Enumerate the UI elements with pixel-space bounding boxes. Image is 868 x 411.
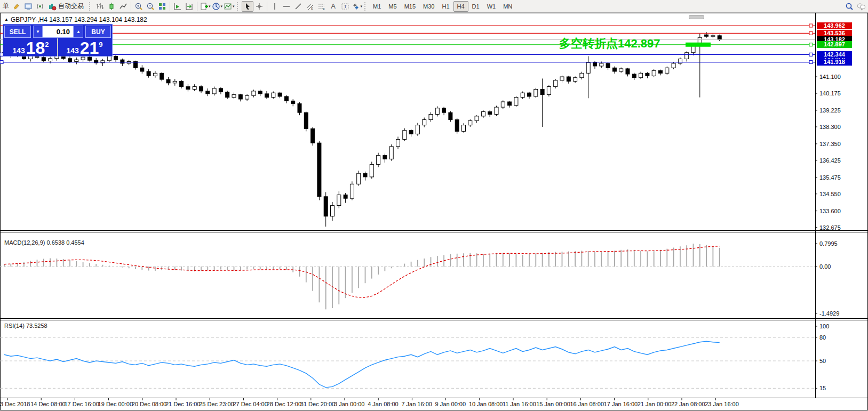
zoom-in-icon[interactable]: [133, 1, 145, 12]
collapse-triangle-icon[interactable]: ▲: [4, 17, 9, 22]
line-handle-marker[interactable]: [809, 24, 813, 27]
candle-body: [22, 56, 26, 59]
chart-canvas[interactable]: 141.100140.175139.225138.300137.350136.4…: [0, 0, 868, 411]
horizontal-line-tool-icon[interactable]: [281, 1, 292, 12]
candle-body: [298, 103, 301, 112]
timeframe-toolbar: M1M5M15M30H1H4D1W1MN: [369, 1, 516, 12]
sell-price-sup: 2: [45, 41, 49, 49]
timeframe-button-M5[interactable]: M5: [385, 1, 400, 12]
line-handle-marker[interactable]: [809, 43, 813, 46]
auto-scroll-icon[interactable]: [172, 1, 184, 12]
text-tool-icon[interactable]: A: [328, 1, 339, 12]
chart-annotation-text[interactable]: 多空转折点142.897: [559, 36, 660, 52]
buy-button[interactable]: BUY: [85, 26, 111, 38]
timeframe-button-W1[interactable]: W1: [483, 1, 500, 12]
timeframe-button-MN[interactable]: MN: [499, 1, 516, 12]
candle-body: [462, 125, 466, 132]
time-axis-label: 27 Dec 04:00: [233, 401, 267, 407]
equidistant-channel-tool-icon[interactable]: E: [304, 1, 316, 12]
timeframe-button-M1[interactable]: M1: [369, 1, 385, 12]
candle-body: [639, 73, 643, 77]
volume-decrease-button[interactable]: ▼: [33, 26, 43, 38]
candle-body: [42, 58, 45, 61]
price-tag-141.918: 141.918: [817, 59, 852, 66]
candle-body: [423, 120, 426, 125]
buy-price-display[interactable]: 143 21 9: [58, 38, 111, 57]
cursor-tool-icon[interactable]: [242, 1, 253, 12]
timeframe-button-H1[interactable]: H1: [438, 1, 453, 12]
candle-body: [659, 70, 663, 73]
price-tick-label: 135.475: [819, 174, 841, 181]
candle-body: [449, 112, 452, 119]
timeframe-button-D1[interactable]: D1: [468, 1, 483, 12]
timeframe-button-H4[interactable]: H4: [453, 1, 468, 12]
dropdown-caret-icon: ▾: [233, 4, 235, 9]
candle-body: [160, 73, 164, 79]
rsi-axis-label: 50: [819, 358, 826, 364]
candle-body: [442, 108, 446, 112]
line-handle-marker[interactable]: [809, 61, 813, 64]
candle-body: [357, 173, 361, 184]
crosshair-tool-icon[interactable]: [253, 1, 265, 12]
line-chart-mode-icon[interactable]: [117, 1, 129, 12]
line-handle-marker[interactable]: [809, 53, 813, 56]
text-label-tool-icon[interactable]: T: [339, 1, 351, 12]
volume-input[interactable]: [43, 26, 74, 38]
autotrading-button[interactable]: 自动交易: [46, 1, 87, 12]
vertical-line-tool-icon[interactable]: [269, 1, 281, 12]
chart-scrollbar-thumb[interactable]: [689, 15, 704, 19]
screenshot-icon[interactable]: [22, 1, 34, 12]
time-axis-label: 16 Jan 08:00: [570, 401, 604, 407]
sell-price-prefix: 143: [12, 46, 25, 55]
time-axis-label: 23 Jan 16:00: [705, 401, 739, 407]
line-handle-marker[interactable]: [0, 61, 3, 64]
time-axis-label: 28 Dec 12:00: [267, 401, 301, 407]
fibonacci-tool-icon[interactable]: F: [316, 1, 328, 12]
bar-chart-mode-icon[interactable]: [94, 1, 106, 12]
time-axis-label: 10 Jan 08:00: [469, 401, 503, 407]
new-order-button[interactable]: ▾: [199, 1, 211, 12]
time-axis-label: 17 Dec 16:00: [64, 401, 99, 407]
sell-price-display[interactable]: 143 18 2: [4, 38, 57, 57]
chart-shift-icon[interactable]: [184, 1, 195, 12]
candle-body: [311, 128, 315, 143]
time-axis-label: 3 Jan 00:00: [334, 401, 365, 407]
candle-body: [134, 62, 138, 68]
timeframe-button-M30[interactable]: M30: [419, 1, 438, 12]
candle-body: [344, 195, 347, 198]
rsi-axis-label: 100: [819, 323, 829, 329]
buy-price-prefix: 143: [66, 46, 78, 55]
candle-body: [200, 86, 203, 91]
signal-antenna-icon[interactable]: [34, 1, 46, 12]
candle-body: [383, 156, 387, 159]
dropdown-caret-icon: ▾: [361, 4, 363, 9]
candlestick-mode-icon[interactable]: [106, 1, 117, 12]
timeframe-button-M15[interactable]: M15: [401, 1, 419, 12]
trendline-tool-icon[interactable]: [292, 1, 304, 12]
candle-body: [481, 111, 485, 116]
line-handle-marker[interactable]: [809, 31, 813, 35]
time-axis-label: 21 Jan 00:00: [638, 401, 672, 407]
volume-increase-button[interactable]: ▲: [74, 26, 83, 38]
search-icon[interactable]: [843, 1, 855, 12]
candle-body: [711, 36, 715, 36]
sell-button[interactable]: SELL: [4, 26, 31, 38]
zoom-out-icon[interactable]: [145, 1, 156, 12]
highlighter-icon[interactable]: [11, 1, 22, 12]
buy-price-big: 21: [80, 40, 99, 56]
time-axis-label: 19 Dec 00:00: [98, 401, 133, 407]
tile-windows-icon[interactable]: [156, 1, 168, 12]
indicators-button[interactable]: ▾: [223, 1, 235, 12]
chat-icon[interactable]: [855, 1, 867, 12]
period-clock-button[interactable]: ▾: [211, 1, 224, 12]
price-tick-label: 139.225: [819, 107, 841, 114]
menu-item-order[interactable]: 单: [1, 2, 11, 11]
macd-axis-label: -1.4929: [819, 310, 839, 317]
candle-body: [396, 139, 400, 146]
candle-body: [508, 102, 512, 106]
candle-body: [114, 56, 118, 60]
candle-body: [166, 79, 170, 83]
candle-body: [547, 86, 551, 94]
green-pivot-bar[interactable]: [686, 43, 711, 47]
arrows-tool-button[interactable]: ▾: [351, 1, 363, 12]
